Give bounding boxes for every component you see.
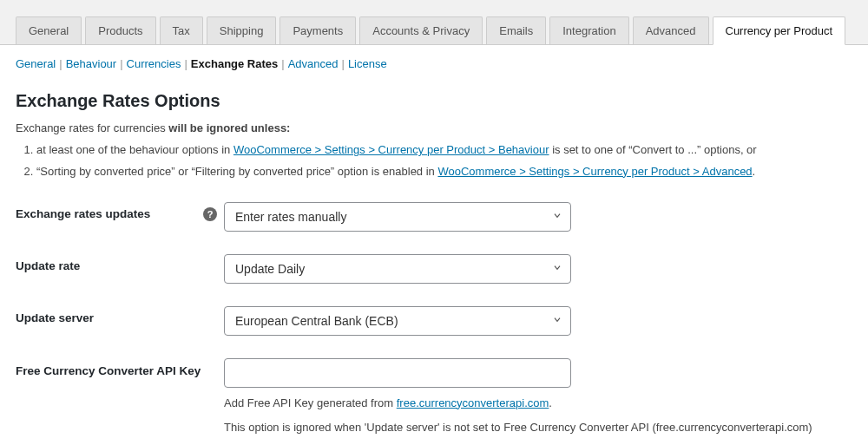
api-key-input[interactable] <box>224 358 571 388</box>
subtab-general[interactable]: General <box>16 57 56 70</box>
api-key-desc-1: Add Free API Key generated from free.cur… <box>224 395 852 413</box>
row-api-key: Free Currency Converter API Key Add Free… <box>16 358 852 438</box>
section-subtabs: General|Behaviour|Currencies|Exchange Ra… <box>16 57 852 70</box>
condition-1-post: is set to one of “Convert to ...” option… <box>549 143 757 156</box>
update-rate-select[interactable]: Update Daily <box>224 254 571 284</box>
tab-payments[interactable]: Payments <box>279 16 356 44</box>
label-exchange-rates-updates: Exchange rates updates <box>16 207 150 220</box>
settings-tabs: GeneralProductsTaxShippingPaymentsAccoun… <box>0 16 868 45</box>
help-icon[interactable]: ? <box>203 207 217 221</box>
intro-prefix: Exchange rates for currencies <box>16 121 168 134</box>
condition-1-pre: at least one of the behaviour options in <box>36 143 233 156</box>
subtab-separator: | <box>116 57 126 70</box>
section-title: Exchange Rates Options <box>16 91 852 111</box>
row-update-rate: Update rate Update Daily <box>16 254 852 284</box>
condition-2: “Sorting by converted price” or “Filteri… <box>36 163 852 181</box>
subtab-behaviour[interactable]: Behaviour <box>66 57 117 70</box>
condition-2-pre: “Sorting by converted price” or “Filteri… <box>36 165 437 178</box>
tab-shipping[interactable]: Shipping <box>207 16 277 44</box>
api-key-desc-2: This option is ignored when 'Update serv… <box>224 419 852 437</box>
subtab-advanced[interactable]: Advanced <box>288 57 339 70</box>
label-update-rate: Update rate <box>16 259 80 272</box>
api-key-desc-1-post: . <box>549 396 552 409</box>
tab-accounts-privacy[interactable]: Accounts & Privacy <box>359 16 483 44</box>
update-server-select[interactable]: European Central Bank (ECB) <box>224 306 571 336</box>
label-api-key: Free Currency Converter API Key <box>16 363 201 380</box>
api-key-desc-1-pre: Add Free API Key generated from <box>224 396 397 409</box>
row-update-server: Update server European Central Bank (ECB… <box>16 306 852 336</box>
subtab-exchange-rates: Exchange Rates <box>191 57 278 70</box>
label-update-server: Update server <box>16 311 94 324</box>
free-currency-api-link[interactable]: free.currencyconverterapi.com <box>397 396 549 409</box>
behaviour-settings-link[interactable]: WooCommerce > Settings > Currency per Pr… <box>233 143 549 156</box>
condition-2-post: . <box>753 165 756 178</box>
tab-general[interactable]: General <box>16 16 82 44</box>
advanced-settings-link[interactable]: WooCommerce > Settings > Currency per Pr… <box>437 165 752 178</box>
tab-tax[interactable]: Tax <box>160 16 203 44</box>
subtab-separator: | <box>278 57 287 70</box>
intro-bold: will be ignored unless: <box>168 121 290 134</box>
tab-emails[interactable]: Emails <box>486 16 546 44</box>
condition-1: at least one of the behaviour options in… <box>36 141 852 160</box>
row-exchange-rates-updates: Exchange rates updates ? Enter rates man… <box>16 202 852 232</box>
tab-advanced[interactable]: Advanced <box>633 16 709 44</box>
intro-text: Exchange rates for currencies will be ig… <box>16 121 852 134</box>
tab-integration[interactable]: Integration <box>549 16 628 44</box>
subtab-separator: | <box>56 57 65 70</box>
subtab-separator: | <box>181 57 190 70</box>
tab-products[interactable]: Products <box>85 16 155 44</box>
conditions-list: at least one of the behaviour options in… <box>19 141 852 181</box>
subtab-license[interactable]: License <box>348 57 387 70</box>
subtab-currencies[interactable]: Currencies <box>127 57 181 70</box>
exchange-rates-updates-select[interactable]: Enter rates manually <box>224 202 571 232</box>
tab-currency-per-product[interactable]: Currency per Product <box>713 16 846 45</box>
subtab-separator: | <box>338 57 347 70</box>
